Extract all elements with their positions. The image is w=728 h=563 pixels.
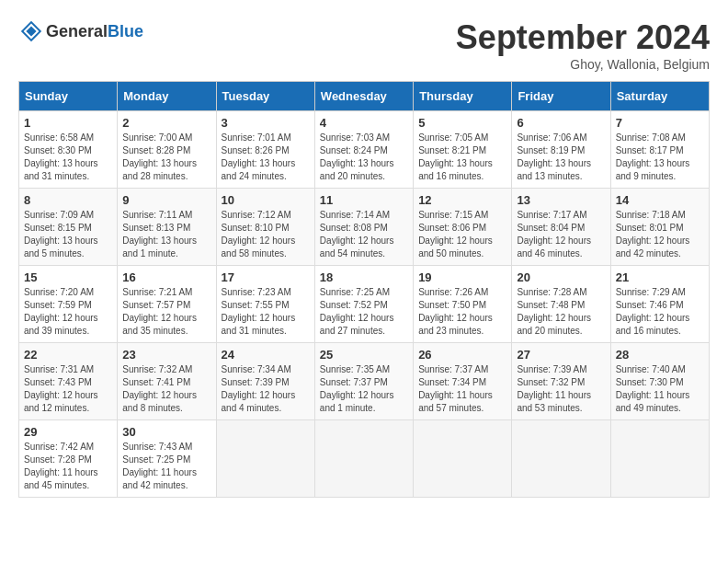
day-of-week-header: Wednesday <box>314 82 413 111</box>
day-number: 13 <box>517 193 605 207</box>
calendar-day: 5Sunrise: 7:05 AM Sunset: 8:21 PM Daylig… <box>414 111 512 189</box>
day-number: 18 <box>320 270 408 284</box>
day-of-week-header: Thursday <box>414 82 512 111</box>
day-info: Sunrise: 7:20 AM Sunset: 7:59 PM Dayligh… <box>24 286 112 338</box>
day-number: 1 <box>24 116 112 130</box>
title-block: September 2024 Ghoy, Wallonia, Belgium <box>456 18 710 72</box>
day-number: 15 <box>24 270 112 284</box>
day-info: Sunrise: 7:17 AM Sunset: 8:04 PM Dayligh… <box>517 209 605 260</box>
calendar-day: 2Sunrise: 7:00 AM Sunset: 8:28 PM Daylig… <box>118 111 216 189</box>
day-of-week-header: Sunday <box>19 82 118 111</box>
logo-blue: Blue <box>108 22 143 40</box>
day-info: Sunrise: 7:03 AM Sunset: 8:24 PM Dayligh… <box>320 132 408 183</box>
calendar-week-row: 15Sunrise: 7:20 AM Sunset: 7:59 PM Dayli… <box>19 266 710 343</box>
header-row: SundayMondayTuesdayWednesdayThursdayFrid… <box>19 82 710 111</box>
day-info: Sunrise: 7:29 AM Sunset: 7:46 PM Dayligh… <box>616 286 704 338</box>
day-number: 21 <box>616 270 704 284</box>
calendar-day <box>314 420 413 498</box>
calendar-day: 18Sunrise: 7:25 AM Sunset: 7:52 PM Dayli… <box>314 266 413 343</box>
day-number: 27 <box>517 348 605 362</box>
day-info: Sunrise: 7:15 AM Sunset: 8:06 PM Dayligh… <box>418 209 506 260</box>
day-info: Sunrise: 7:01 AM Sunset: 8:26 PM Dayligh… <box>222 132 310 183</box>
logo-general: General <box>46 22 108 40</box>
day-info: Sunrise: 7:06 AM Sunset: 8:19 PM Dayligh… <box>517 132 605 183</box>
calendar-day: 16Sunrise: 7:21 AM Sunset: 7:57 PM Dayli… <box>118 266 216 343</box>
day-info: Sunrise: 7:31 AM Sunset: 7:43 PM Dayligh… <box>24 363 112 415</box>
calendar-day: 6Sunrise: 7:06 AM Sunset: 8:19 PM Daylig… <box>512 111 610 189</box>
calendar-day: 30Sunrise: 7:43 AM Sunset: 7:25 PM Dayli… <box>118 420 216 498</box>
page-header: GeneralBlue September 2024 Ghoy, Walloni… <box>18 18 710 72</box>
calendar-day: 26Sunrise: 7:37 AM Sunset: 7:34 PM Dayli… <box>414 343 512 420</box>
calendar-day: 11Sunrise: 7:14 AM Sunset: 8:08 PM Dayli… <box>314 189 413 266</box>
day-number: 17 <box>222 270 310 284</box>
day-info: Sunrise: 7:39 AM Sunset: 7:32 PM Dayligh… <box>517 363 605 415</box>
calendar-table: SundayMondayTuesdayWednesdayThursdayFrid… <box>18 81 710 498</box>
day-number: 7 <box>616 116 704 130</box>
day-info: Sunrise: 7:11 AM Sunset: 8:13 PM Dayligh… <box>122 209 210 260</box>
calendar-day: 1Sunrise: 6:58 AM Sunset: 8:30 PM Daylig… <box>19 111 118 189</box>
day-number: 22 <box>24 348 112 362</box>
day-info: Sunrise: 7:25 AM Sunset: 7:52 PM Dayligh… <box>320 286 408 338</box>
calendar-week-row: 22Sunrise: 7:31 AM Sunset: 7:43 PM Dayli… <box>19 343 710 420</box>
day-number: 29 <box>24 425 112 439</box>
day-of-week-header: Monday <box>118 82 216 111</box>
day-number: 3 <box>222 116 310 130</box>
location-subtitle: Ghoy, Wallonia, Belgium <box>456 57 710 72</box>
day-number: 4 <box>320 116 408 130</box>
day-of-week-header: Friday <box>512 82 610 111</box>
day-info: Sunrise: 7:18 AM Sunset: 8:01 PM Dayligh… <box>616 209 704 260</box>
calendar-day: 28Sunrise: 7:40 AM Sunset: 7:30 PM Dayli… <box>610 343 709 420</box>
logo-icon <box>18 18 44 44</box>
calendar-day: 13Sunrise: 7:17 AM Sunset: 8:04 PM Dayli… <box>512 189 610 266</box>
day-number: 25 <box>320 348 408 362</box>
day-number: 20 <box>517 270 605 284</box>
day-number: 24 <box>222 348 310 362</box>
calendar-day: 10Sunrise: 7:12 AM Sunset: 8:10 PM Dayli… <box>216 189 314 266</box>
day-number: 8 <box>24 193 112 207</box>
day-info: Sunrise: 7:09 AM Sunset: 8:15 PM Dayligh… <box>24 209 112 260</box>
calendar-week-row: 1Sunrise: 6:58 AM Sunset: 8:30 PM Daylig… <box>19 111 710 189</box>
calendar-day <box>512 420 610 498</box>
day-of-week-header: Saturday <box>610 82 709 111</box>
day-number: 28 <box>616 348 704 362</box>
day-info: Sunrise: 7:37 AM Sunset: 7:34 PM Dayligh… <box>418 363 506 415</box>
logo-text: GeneralBlue <box>46 22 143 41</box>
day-info: Sunrise: 7:43 AM Sunset: 7:25 PM Dayligh… <box>122 441 210 492</box>
day-number: 11 <box>320 193 408 207</box>
calendar-day: 9Sunrise: 7:11 AM Sunset: 8:13 PM Daylig… <box>118 189 216 266</box>
calendar-day: 19Sunrise: 7:26 AM Sunset: 7:50 PM Dayli… <box>414 266 512 343</box>
calendar-day <box>414 420 512 498</box>
day-info: Sunrise: 7:23 AM Sunset: 7:55 PM Dayligh… <box>222 286 310 338</box>
calendar-week-row: 8Sunrise: 7:09 AM Sunset: 8:15 PM Daylig… <box>19 189 710 266</box>
calendar-day: 14Sunrise: 7:18 AM Sunset: 8:01 PM Dayli… <box>610 189 709 266</box>
day-number: 12 <box>418 193 506 207</box>
calendar-day: 22Sunrise: 7:31 AM Sunset: 7:43 PM Dayli… <box>19 343 118 420</box>
logo: GeneralBlue <box>18 18 143 44</box>
calendar-day: 12Sunrise: 7:15 AM Sunset: 8:06 PM Dayli… <box>414 189 512 266</box>
day-number: 23 <box>122 348 210 362</box>
day-number: 9 <box>122 193 210 207</box>
day-info: Sunrise: 7:00 AM Sunset: 8:28 PM Dayligh… <box>122 132 210 183</box>
day-info: Sunrise: 7:21 AM Sunset: 7:57 PM Dayligh… <box>122 286 210 338</box>
calendar-day <box>216 420 314 498</box>
day-number: 5 <box>418 116 506 130</box>
calendar-day: 3Sunrise: 7:01 AM Sunset: 8:26 PM Daylig… <box>216 111 314 189</box>
day-info: Sunrise: 7:26 AM Sunset: 7:50 PM Dayligh… <box>418 286 506 338</box>
calendar-day: 15Sunrise: 7:20 AM Sunset: 7:59 PM Dayli… <box>19 266 118 343</box>
day-number: 19 <box>418 270 506 284</box>
calendar-day: 29Sunrise: 7:42 AM Sunset: 7:28 PM Dayli… <box>19 420 118 498</box>
calendar-week-row: 29Sunrise: 7:42 AM Sunset: 7:28 PM Dayli… <box>19 420 710 498</box>
day-number: 30 <box>122 425 210 439</box>
day-info: Sunrise: 7:12 AM Sunset: 8:10 PM Dayligh… <box>222 209 310 260</box>
day-info: Sunrise: 7:40 AM Sunset: 7:30 PM Dayligh… <box>616 363 704 415</box>
day-info: Sunrise: 7:34 AM Sunset: 7:39 PM Dayligh… <box>222 363 310 415</box>
day-number: 6 <box>517 116 605 130</box>
calendar-day: 20Sunrise: 7:28 AM Sunset: 7:48 PM Dayli… <box>512 266 610 343</box>
calendar-day: 21Sunrise: 7:29 AM Sunset: 7:46 PM Dayli… <box>610 266 709 343</box>
day-number: 10 <box>222 193 310 207</box>
calendar-day: 8Sunrise: 7:09 AM Sunset: 8:15 PM Daylig… <box>19 189 118 266</box>
month-title: September 2024 <box>456 18 710 57</box>
day-info: Sunrise: 7:32 AM Sunset: 7:41 PM Dayligh… <box>122 363 210 415</box>
calendar-day: 4Sunrise: 7:03 AM Sunset: 8:24 PM Daylig… <box>314 111 413 189</box>
calendar-day: 23Sunrise: 7:32 AM Sunset: 7:41 PM Dayli… <box>118 343 216 420</box>
